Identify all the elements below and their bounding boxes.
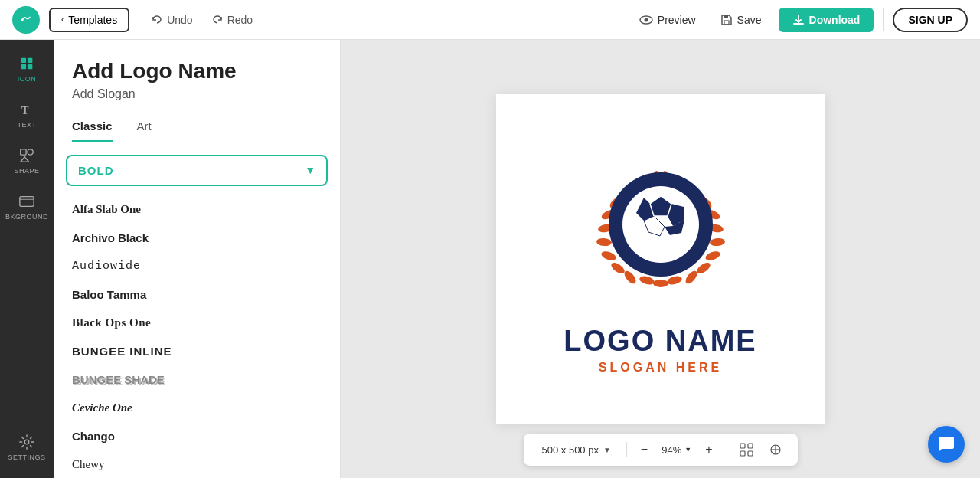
panel-tabs: Classic Art (54, 107, 340, 142)
sidebar-item-settings[interactable]: SETTINGS (0, 426, 54, 469)
bottom-divider-1 (626, 442, 627, 457)
list-item[interactable]: Black Ops One (54, 309, 340, 337)
bottom-divider-2 (727, 442, 727, 457)
list-item[interactable]: Chango (54, 422, 340, 450)
save-label: Save (737, 14, 762, 26)
list-item[interactable]: Chewy (54, 450, 340, 478)
svg-rect-7 (28, 58, 32, 63)
canvas-logo-slogan[interactable]: SLOGAN HERE (599, 361, 722, 375)
canvas-area: LOGO NAME SLOGAN HERE 500 x 500 px ▼ − 9… (341, 40, 980, 478)
main-layout: ICON T TEXT SHAPE BKGROUND (0, 40, 980, 478)
chevron-down-icon: ▼ (603, 446, 611, 454)
bottom-bar: 500 x 500 px ▼ − 94% ▼ + (524, 434, 798, 466)
svg-point-3 (644, 18, 648, 21)
zoom-out-button[interactable]: − (636, 441, 652, 458)
fit-button[interactable] (766, 440, 786, 460)
signup-button[interactable]: SIGN UP (893, 8, 968, 32)
sidebar-item-text[interactable]: T TEXT (0, 93, 54, 136)
svg-point-24 (609, 260, 626, 276)
text-icon: T (18, 101, 35, 118)
tab-art[interactable]: Art (137, 120, 152, 142)
tab-classic[interactable]: Classic (72, 120, 113, 142)
redo-label: Redo (227, 14, 253, 26)
panel-subtitle: Add Slogan (72, 87, 322, 101)
canvas-wrapper[interactable]: LOGO NAME SLOGAN HERE (496, 94, 825, 424)
chat-icon (937, 435, 956, 453)
svg-rect-8 (21, 64, 26, 69)
size-selector[interactable]: 500 x 500 px ▼ (536, 441, 617, 459)
preview-label: Preview (658, 14, 696, 26)
list-item[interactable]: Baloo Tamma (54, 280, 340, 309)
list-item[interactable]: BUNGEE SHADE (54, 365, 340, 394)
svg-point-32 (709, 237, 725, 247)
sidebar-item-background[interactable]: BKGROUND (0, 185, 54, 228)
svg-point-38 (666, 274, 683, 286)
undo-redo-group: Undo Redo (145, 9, 259, 31)
svg-point-15 (24, 440, 29, 444)
eye-icon (639, 15, 653, 25)
download-icon (792, 14, 805, 26)
svg-text:T: T (21, 104, 29, 116)
chevron-left-icon: ‹ (61, 15, 64, 24)
list-item[interactable]: Audiowide (54, 252, 340, 280)
shape-icon (18, 147, 35, 164)
sidebar-item-icon[interactable]: ICON (0, 47, 54, 90)
topbar-divider (883, 8, 884, 31)
svg-rect-14 (20, 197, 34, 207)
chevron-down-icon: ▼ (305, 164, 315, 176)
panel-header: Add Logo Name Add Slogan (54, 40, 340, 107)
svg-point-36 (653, 280, 668, 287)
fit-icon (769, 443, 782, 457)
list-item[interactable]: BUNGEE INLINE (54, 337, 340, 365)
panel-content: BOLD ▼ Alfa Slab One Archivo Black Audio… (54, 142, 340, 478)
app-logo[interactable] (12, 6, 40, 34)
panel-title: Add Logo Name (72, 58, 322, 84)
download-label: Download (809, 14, 861, 26)
background-icon (18, 193, 35, 210)
zoom-value[interactable]: 94% ▼ (662, 444, 691, 456)
sidebar-item-shape[interactable]: SHAPE (0, 139, 54, 182)
save-button[interactable]: Save (713, 9, 769, 31)
logo-svg (577, 144, 745, 313)
undo-button[interactable]: Undo (145, 9, 198, 31)
sidebar-item-text-label: TEXT (17, 121, 36, 129)
svg-point-1 (21, 18, 24, 21)
list-item[interactable]: Ceviche One (54, 394, 340, 422)
topbar: ‹ Templates Undo Redo Preview (0, 0, 980, 40)
canvas-size-label: 500 x 500 px (542, 444, 599, 456)
canvas-logo-name[interactable]: LOGO NAME (564, 325, 756, 358)
icon-icon (18, 55, 35, 72)
svg-rect-53 (740, 444, 745, 448)
grid-button[interactable] (737, 440, 756, 460)
svg-point-25 (622, 269, 638, 286)
list-item[interactable]: Archivo Black (54, 224, 340, 252)
sidebar-item-settings-label: SETTINGS (8, 453, 45, 461)
list-item[interactable]: Alfa Slab One (54, 195, 340, 224)
chat-bubble[interactable] (928, 426, 965, 463)
topbar-right: Preview Save Download SIGN UP (632, 8, 968, 32)
grid-icon (740, 443, 753, 457)
templates-button[interactable]: ‹ Templates (49, 8, 129, 32)
chevron-down-icon: ▼ (684, 446, 691, 453)
download-button[interactable]: Download (779, 8, 874, 32)
sidebar-item-shape-label: SHAPE (14, 167, 39, 175)
redo-button[interactable]: Redo (205, 9, 259, 31)
settings-icon (18, 434, 35, 450)
svg-rect-11 (21, 149, 26, 155)
font-dropdown[interactable]: BOLD ▼ (66, 155, 328, 186)
svg-point-37 (639, 274, 655, 286)
svg-point-0 (18, 12, 34, 28)
left-panel: Add Logo Name Add Slogan Classic Art BOL… (54, 40, 341, 478)
undo-label: Undo (167, 14, 192, 26)
preview-button[interactable]: Preview (632, 9, 704, 31)
font-dropdown-label: BOLD (78, 164, 114, 177)
logo-graphic (577, 144, 745, 313)
zoom-in-button[interactable]: + (701, 441, 717, 458)
svg-point-33 (704, 249, 720, 261)
svg-marker-13 (21, 157, 29, 162)
svg-point-35 (683, 269, 699, 286)
svg-rect-5 (724, 15, 728, 18)
svg-point-12 (28, 149, 33, 155)
icon-bar: ICON T TEXT SHAPE BKGROUND (0, 40, 54, 478)
svg-rect-54 (748, 444, 753, 448)
